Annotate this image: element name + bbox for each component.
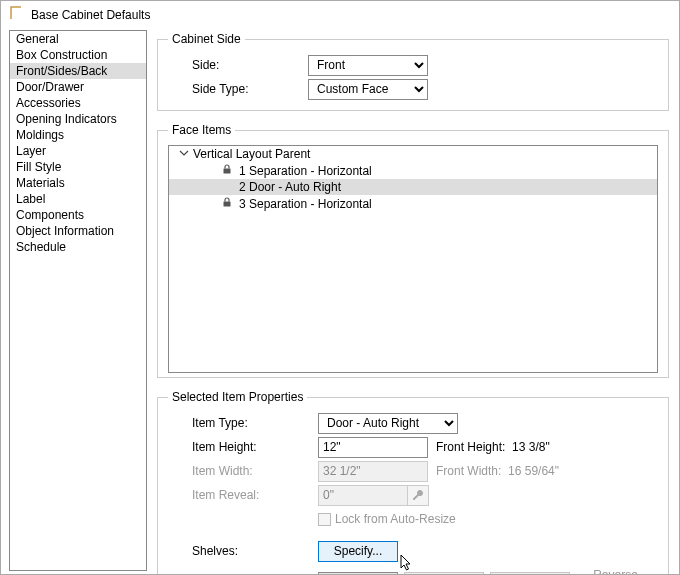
- lock-icon: [221, 196, 233, 211]
- sidebar-item[interactable]: Object Information: [10, 223, 146, 239]
- sidebar-item[interactable]: Accessories: [10, 95, 146, 111]
- item-type-label: Item Type:: [168, 416, 318, 430]
- front-height-label: Front Height: 13 3/8": [436, 440, 550, 454]
- item-height-label: Item Height:: [168, 440, 318, 454]
- lock-icon: [221, 163, 233, 178]
- tree-item[interactable]: 2 Door - Auto Right: [169, 179, 657, 195]
- side-type-label: Side Type:: [168, 82, 308, 96]
- tree-item-label: 2 Door - Auto Right: [239, 180, 341, 194]
- cabinet-side-group: Cabinet Side Side: Front Side Type: Cust…: [157, 32, 669, 111]
- side-label: Side:: [168, 58, 308, 72]
- item-height-input[interactable]: [318, 437, 428, 458]
- sidebar-item[interactable]: General: [10, 31, 146, 47]
- sidebar-item[interactable]: Moldings: [10, 127, 146, 143]
- window-title: Base Cabinet Defaults: [31, 8, 150, 22]
- face-items-group: Face Items Vertical Layout Parent 1 Sepa…: [157, 123, 669, 378]
- side-select[interactable]: Front: [308, 55, 428, 76]
- face-items-legend: Face Items: [168, 123, 235, 137]
- tree-item-label: 1 Separation - Horizontal: [239, 164, 372, 178]
- tree-root-label: Vertical Layout Parent: [193, 147, 310, 161]
- face-items-tree[interactable]: Vertical Layout Parent 1 Separation - Ho…: [168, 145, 658, 373]
- side-type-select[interactable]: Custom Face: [308, 79, 428, 100]
- svg-rect-1: [224, 202, 231, 207]
- item-width-label: Item Width:: [168, 464, 318, 478]
- cabinet-side-legend: Cabinet Side: [168, 32, 245, 46]
- svg-rect-0: [224, 169, 231, 174]
- tree-expand-icon[interactable]: [179, 147, 189, 161]
- props-legend: Selected Item Properties: [168, 390, 307, 404]
- tree-item-label: 3 Separation - Horizontal: [239, 197, 372, 211]
- sidebar-item[interactable]: Label: [10, 191, 146, 207]
- selected-item-properties-group: Selected Item Properties Item Type: Door…: [157, 390, 669, 575]
- sidebar-item[interactable]: Components: [10, 207, 146, 223]
- app-icon: [9, 5, 25, 24]
- appliance-clear-button: Clear: [490, 572, 570, 576]
- item-reveal-input: [318, 485, 408, 506]
- tree-root[interactable]: Vertical Layout Parent: [169, 146, 657, 162]
- shelves-specify-button[interactable]: Specify...: [318, 541, 398, 562]
- wrench-icon: [407, 485, 429, 506]
- category-list[interactable]: GeneralBox ConstructionFront/Sides/BackD…: [9, 30, 147, 571]
- sidebar-item[interactable]: Layer: [10, 143, 146, 159]
- sidebar-item[interactable]: Schedule: [10, 239, 146, 255]
- sidebar-item[interactable]: Materials: [10, 175, 146, 191]
- sidebar-item[interactable]: Opening Indicators: [10, 111, 146, 127]
- shelves-label: Shelves:: [168, 544, 318, 558]
- tree-item[interactable]: 1 Separation - Horizontal: [169, 162, 657, 179]
- sidebar-item[interactable]: Front/Sides/Back: [10, 63, 146, 79]
- appliance-edit-button: Edit...: [404, 572, 484, 576]
- item-type-select[interactable]: Door - Auto Right: [318, 413, 458, 434]
- titlebar: Base Cabinet Defaults: [1, 1, 679, 26]
- sidebar-item[interactable]: Fill Style: [10, 159, 146, 175]
- sidebar-item[interactable]: Door/Drawer: [10, 79, 146, 95]
- reverse-appliance-checkbox: Reverse Appliance: [580, 568, 658, 575]
- tree-item[interactable]: 3 Separation - Horizontal: [169, 195, 657, 212]
- sidebar-item[interactable]: Box Construction: [10, 47, 146, 63]
- lock-auto-resize-checkbox: Lock from Auto-Resize: [318, 512, 456, 526]
- item-reveal-label: Item Reveal:: [168, 488, 318, 502]
- appliance-specify-button[interactable]: Specify...: [318, 572, 398, 576]
- item-width-input: [318, 461, 428, 482]
- front-width-label: Front Width: 16 59/64": [436, 464, 559, 478]
